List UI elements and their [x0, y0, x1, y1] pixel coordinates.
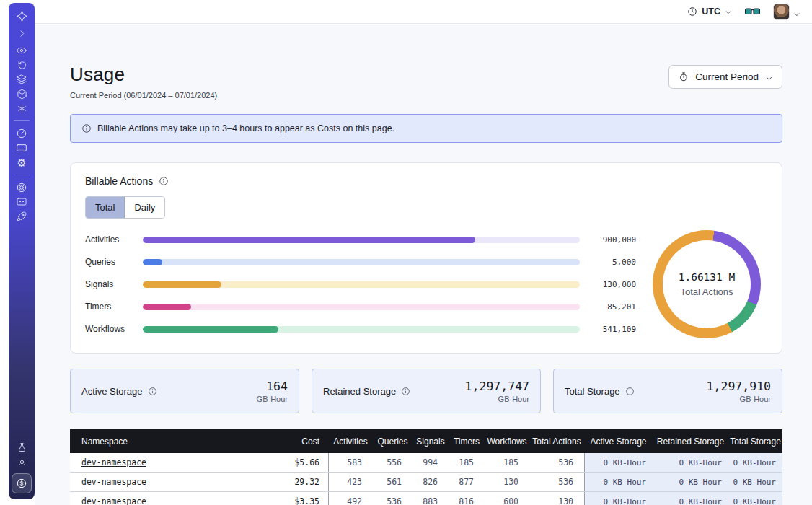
- retained-storage-value: 1,297,747: [465, 379, 529, 393]
- table-row: dev-namespace $5.66 583 556 994 185 185 …: [70, 453, 782, 473]
- cell-queries: 556: [373, 453, 412, 472]
- cell-signals: 994: [412, 453, 449, 472]
- info-icon[interactable]: [625, 387, 635, 396]
- col-header-total-actions: Total Actions: [529, 429, 584, 453]
- cell-retained-storage: 0 KB-Hour: [653, 473, 728, 491]
- bar-row-timers: Timers 85,201: [85, 302, 636, 312]
- bar-value: 900,000: [590, 235, 636, 245]
- cell-total-actions: 130: [529, 492, 584, 505]
- cell-cost: $5.66: [258, 453, 328, 472]
- bar-value: 5,000: [590, 258, 636, 267]
- timezone-selector[interactable]: UTC: [687, 6, 732, 17]
- namespace-link[interactable]: dev-namespace: [81, 457, 146, 467]
- total-actions-donut: 1.66131 M Total Actions: [653, 230, 761, 338]
- active-storage-value: 164: [257, 379, 288, 393]
- info-banner: Billable Actions may take up to 3–4 hour…: [70, 114, 782, 143]
- bar-value: 541,109: [590, 325, 636, 334]
- bar-value: 85,201: [590, 302, 636, 312]
- cell-cost: 29.32: [258, 473, 328, 491]
- active-storage-card: Active Storage 164 GB-Hour: [70, 369, 299, 413]
- info-icon[interactable]: [401, 387, 410, 396]
- layers-icon[interactable]: [14, 72, 30, 87]
- sidebar-divider: [14, 120, 30, 121]
- labs-flask-icon[interactable]: [14, 440, 30, 454]
- cell-workflows: 130: [485, 473, 529, 491]
- info-icon: [81, 123, 92, 133]
- info-icon[interactable]: [148, 387, 157, 396]
- temporal-logo-icon[interactable]: [14, 9, 30, 23]
- billable-actions-chart: Activities 900,000 Queries 5,000 Signals: [85, 230, 767, 338]
- cell-timers: 185: [449, 453, 485, 472]
- settings-gear-icon[interactable]: ⚙: [14, 155, 30, 170]
- namespace-usage-table: Namespace Cost Activities Queries Signal…: [70, 429, 782, 505]
- cell-active-storage: 0 KB-Hour: [584, 453, 653, 472]
- col-header-namespace: Namespace: [70, 429, 258, 453]
- cell-signals: 883: [412, 492, 449, 505]
- period-button-label: Current Period: [695, 71, 759, 82]
- banner-text: Billable Actions may take up to 3–4 hour…: [97, 123, 394, 133]
- history-icon[interactable]: [14, 58, 30, 72]
- clock-icon: [687, 6, 697, 17]
- page-subtitle: Current Period (06/01/2024 – 07/01/2024): [70, 91, 217, 100]
- cell-total-storage: 0 KB-Hour: [728, 453, 782, 472]
- table-header-row: Namespace Cost Activities Queries Signal…: [70, 429, 782, 453]
- bar-track: [143, 237, 580, 243]
- cell-signals: 826: [412, 473, 449, 491]
- theme-sun-icon[interactable]: [14, 454, 30, 469]
- cube-icon[interactable]: [14, 87, 30, 101]
- nexus-asterisk-icon[interactable]: [14, 101, 30, 115]
- info-icon[interactable]: [159, 176, 169, 186]
- bar-row-queries: Queries 5,000: [85, 257, 636, 267]
- bar-fill: [143, 237, 475, 243]
- cell-activities: 492: [328, 492, 373, 505]
- timezone-label: UTC: [702, 6, 720, 17]
- bar-track: [143, 304, 580, 310]
- bar-row-signals: Signals 130,000: [85, 279, 636, 289]
- support-lifebuoy-icon[interactable]: [14, 180, 30, 195]
- total-storage-card: Total Storage 1,297,910 GB-Hour: [553, 369, 782, 413]
- cell-queries: 561: [373, 473, 412, 491]
- bar-label: Timers: [85, 302, 133, 312]
- billable-actions-title: Billable Actions: [85, 175, 153, 187]
- cell-active-storage: 0 KB-Hour: [584, 473, 653, 491]
- chevron-down-icon: [765, 74, 772, 81]
- cell-timers: 816: [449, 492, 485, 505]
- billing-card-icon[interactable]: [14, 141, 30, 155]
- namespace-link[interactable]: dev-namespace: [81, 496, 146, 505]
- cell-retained-storage: 0 KB-Hour: [653, 453, 728, 472]
- sidebar-divider: [14, 175, 30, 175]
- col-header-retained-storage: Retained Storage: [653, 429, 728, 453]
- storage-unit: GB-Hour: [465, 395, 529, 403]
- bar-fill: [143, 281, 221, 288]
- topbar: UTC: [35, 0, 812, 24]
- usage-gauge-icon[interactable]: [14, 126, 30, 141]
- retained-storage-card: Retained Storage 1,297,747 GB-Hour: [312, 369, 541, 413]
- bar-label: Activities: [85, 234, 133, 245]
- rocket-icon[interactable]: [14, 209, 30, 224]
- cell-activities: 583: [328, 453, 373, 472]
- namespace-link[interactable]: dev-namespace: [81, 477, 146, 487]
- period-dropdown-button[interactable]: Current Period: [668, 65, 782, 89]
- total-daily-toggle: Total Daily: [85, 196, 165, 219]
- namespaces-eye-icon[interactable]: [14, 43, 30, 58]
- user-menu[interactable]: [773, 4, 800, 20]
- cell-total-storage: 0 KB-Hour: [728, 473, 782, 491]
- tab-daily[interactable]: Daily: [125, 197, 164, 218]
- expand-chevron-icon[interactable]: [14, 26, 30, 40]
- glasses-icon[interactable]: [745, 7, 760, 17]
- bar-track: [143, 281, 580, 288]
- col-header-queries: Queries: [373, 429, 412, 453]
- cell-timers: 877: [449, 473, 485, 491]
- feedback-monitor-icon[interactable]: [14, 195, 30, 209]
- tab-total[interactable]: Total: [86, 197, 125, 218]
- chevron-down-icon: [725, 8, 732, 15]
- bar-fill: [143, 259, 162, 265]
- donut-total-value: 1.66131 M: [679, 271, 736, 283]
- col-header-cost: Cost: [258, 429, 328, 453]
- cell-total-storage: 0 KB-Hour: [728, 492, 782, 505]
- stopwatch-icon: [679, 71, 689, 82]
- cell-activities: 423: [328, 473, 373, 491]
- costs-coin-button[interactable]: [12, 473, 32, 493]
- cell-queries: 536: [373, 492, 412, 505]
- col-header-total-storage: Total Storage: [728, 429, 782, 453]
